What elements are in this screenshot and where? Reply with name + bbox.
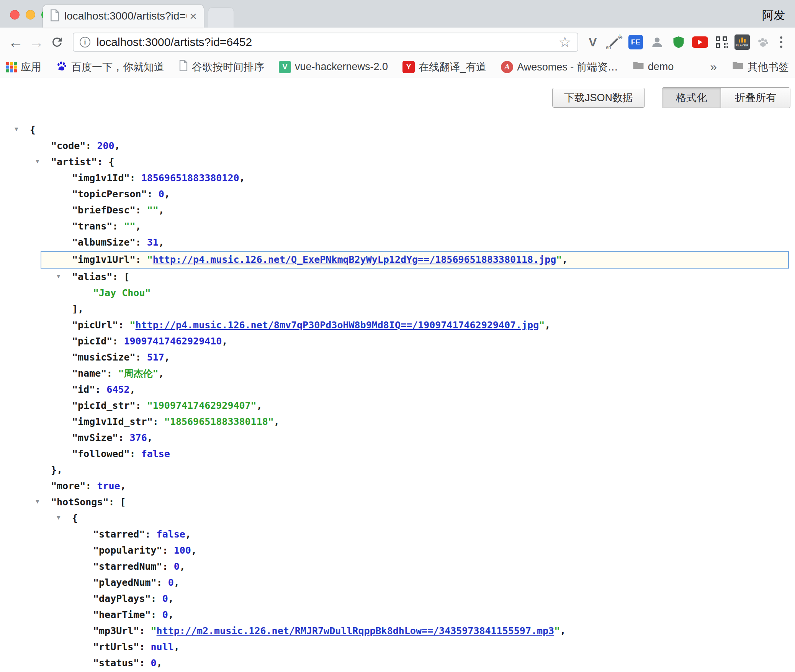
json-punct: , (562, 254, 568, 265)
json-line: "picUrl": "http://p4.music.126.net/8mv7q… (0, 317, 795, 333)
json-punct: : (106, 368, 118, 379)
json-punct: , (185, 529, 191, 540)
extensions-row: V 英 en FE PLAYER (584, 33, 771, 51)
vimium-extension-icon[interactable]: V (584, 33, 601, 51)
json-key: "albumSize" (72, 237, 136, 248)
json-punct: : (136, 352, 147, 363)
other-bookmarks-label: 其他书签 (748, 60, 789, 74)
json-punct: : (118, 320, 129, 331)
json-line: "starred": false, (0, 526, 795, 543)
json-line: "dayPlays": 0, (0, 591, 795, 607)
new-tab-button[interactable] (208, 8, 234, 28)
json-url-link[interactable]: http://m2.music.126.net/RMJR7wDullRqppBk… (157, 625, 555, 636)
json-key: "more" (51, 480, 85, 492)
json-key: "picId_str" (72, 400, 136, 411)
browser-tab[interactable]: localhost:3000/artists?id=645 × (43, 5, 204, 28)
other-bookmarks-folder[interactable]: 其他书签 (732, 60, 789, 74)
youdao-dict-extension-icon[interactable]: 英 en (606, 33, 623, 51)
fe-extension-icon[interactable]: FE (627, 33, 644, 51)
player-extension-icon[interactable]: PLAYER (734, 34, 750, 50)
json-key: "img1v1Url" (72, 254, 136, 265)
bookmark-star-icon[interactable]: ☆ (558, 35, 571, 49)
json-number: 0 (159, 188, 164, 200)
reload-icon[interactable] (47, 35, 67, 49)
bookmark-google-sort[interactable]: 谷歌按时间排序 (179, 60, 264, 74)
json-url-link[interactable]: http://p4.music.126.net/8mv7qP30Pd3oHW8b… (136, 320, 539, 331)
json-key: "img1v1Id_str" (72, 416, 153, 427)
json-line: "playedNum": 0, (0, 575, 795, 591)
json-key: "img1v1Id" (72, 172, 130, 184)
youtube-extension-icon[interactable] (692, 33, 708, 51)
json-punct: : (162, 545, 174, 556)
json-string: "" (124, 221, 135, 232)
collapse-triangle-icon[interactable]: ▼ (36, 158, 39, 164)
json-line: "albumSize": 31, (0, 234, 795, 251)
json-tree: ▼{"code": 200,▼"artist": {"img1v1Id": 18… (0, 122, 795, 672)
bookmark-folder-demo[interactable]: demo (633, 61, 674, 73)
site-info-icon[interactable]: i (80, 37, 90, 48)
bookmark-apps[interactable]: 应用 (6, 60, 41, 74)
json-punct: }, (51, 464, 62, 475)
json-key: "id" (72, 384, 95, 395)
json-punct: : (153, 416, 164, 427)
profile-extension-icon[interactable] (649, 33, 666, 51)
bookmark-awesomes[interactable]: A Awesomes - 前端资… (501, 60, 618, 74)
json-punct: ], (72, 303, 83, 315)
close-window-button[interactable] (10, 10, 20, 20)
collapse-triangle-icon[interactable]: ▼ (57, 515, 61, 521)
bookmark-youdao-translate[interactable]: Y 在线翻译_有道 (402, 60, 486, 74)
bookmark-baidu[interactable]: 百度一下，你就知道 (56, 60, 164, 74)
json-line: "id": 6452, (0, 382, 795, 398)
format-button[interactable]: 格式化 (662, 88, 721, 108)
json-key: "artist" (51, 156, 97, 167)
json-line-selected: "img1v1Url": "http://p4.music.126.net/Q_… (41, 251, 789, 269)
awesomes-favicon: A (501, 61, 513, 73)
json-punct: : (157, 577, 168, 588)
json-key: "followed" (72, 448, 130, 459)
json-punct: : [ (112, 271, 129, 282)
browser-menu-button[interactable] (773, 36, 790, 48)
collapse-triangle-icon[interactable]: ▼ (57, 273, 61, 279)
bookmarks-overflow-icon[interactable]: » (710, 60, 717, 74)
json-line: ▼"hotSongs": [ (0, 494, 795, 510)
json-number: 200 (97, 140, 114, 151)
json-line: ▼"artist": { (0, 154, 795, 170)
json-punct: , (239, 172, 245, 184)
page-icon (179, 60, 188, 74)
json-string: "18569651883380118" (164, 416, 274, 427)
url-bar[interactable]: i localhost:3000/artists?id=6452 ☆ (73, 33, 578, 52)
json-key: "code" (51, 140, 85, 151)
collapse-triangle-icon[interactable]: ▼ (15, 126, 18, 132)
json-punct: , (159, 368, 164, 379)
json-punct: , (222, 336, 227, 347)
url-input[interactable]: localhost:3000/artists?id=6452 (97, 36, 558, 49)
qrcode-extension-icon[interactable] (713, 33, 730, 51)
bookmark-vue-hackernews[interactable]: V vue-hackernews-2.0 (279, 61, 388, 73)
json-punct: : [ (109, 497, 126, 508)
json-quote: " (151, 625, 157, 636)
json-punct: , (164, 188, 170, 200)
json-punct: , (191, 545, 197, 556)
json-key: "playedNum" (93, 577, 157, 588)
bookmark-label: 在线翻译_有道 (419, 60, 486, 74)
minimize-window-button[interactable] (26, 10, 35, 20)
json-key: "hotSongs" (51, 497, 109, 508)
tab-close-icon[interactable]: × (190, 9, 197, 23)
download-json-button[interactable]: 下载JSON数据 (552, 88, 645, 108)
json-punct: : (85, 140, 97, 151)
back-icon[interactable]: ← (5, 34, 26, 50)
json-url-link[interactable]: http://p4.music.126.net/Q_ExePNkmqB2yWyL… (153, 254, 556, 265)
json-punct: { (72, 513, 78, 524)
json-punct: : (147, 188, 159, 200)
collapse-all-button[interactable]: 折叠所有 (721, 88, 790, 108)
json-number: 0 (162, 593, 168, 604)
profile-name[interactable]: 阿发 (762, 8, 785, 23)
json-number: 18569651883380120 (141, 172, 239, 184)
collapse-triangle-icon[interactable]: ▼ (36, 498, 39, 505)
paw-extension-icon[interactable] (754, 33, 771, 51)
json-punct: : (130, 172, 141, 184)
tampermonkey-extension-icon[interactable] (670, 33, 687, 51)
json-key: "popularity" (93, 545, 162, 556)
json-punct: , (168, 593, 174, 604)
bookmarks-bar: 应用 百度一下，你就知道 谷歌按时间排序 V vue-hackernews-2.… (0, 57, 795, 77)
